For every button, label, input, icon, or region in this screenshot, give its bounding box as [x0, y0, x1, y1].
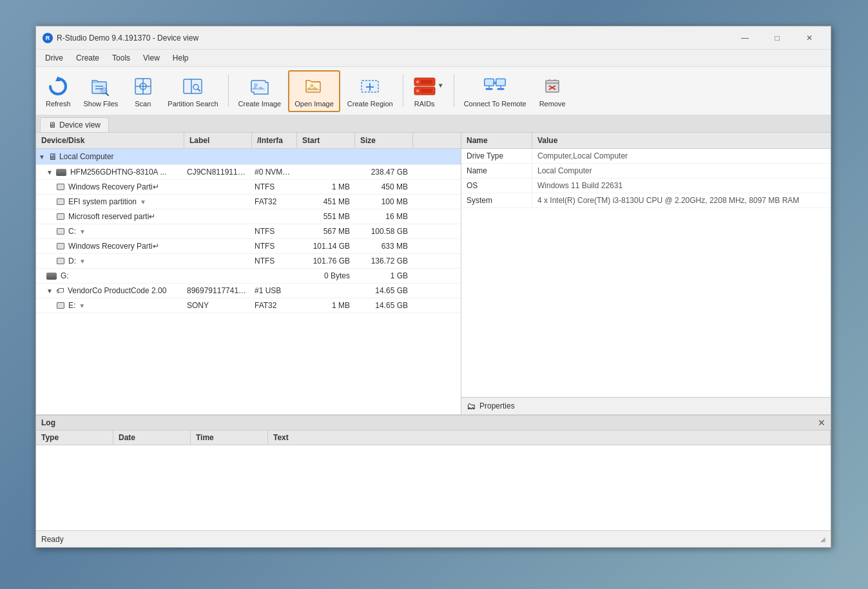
partition-search-button[interactable]: Partition Search [162, 70, 224, 112]
partition-icon [57, 184, 64, 190]
list-item[interactable]: Windows Recovery Parti↵ NTFS 101.14 GB 6… [36, 239, 461, 254]
minimize-button[interactable]: — [730, 29, 760, 47]
device-interface-ms [252, 215, 297, 218]
tab-device-view[interactable]: 🖥 Device view [40, 117, 109, 132]
svg-rect-29 [486, 88, 493, 90]
svg-rect-25 [421, 80, 432, 84]
show-files-button[interactable]: Show Files [78, 70, 124, 112]
prop-value-0: Computer,Local Computer [532, 149, 831, 163]
maximize-button[interactable]: □ [762, 29, 792, 47]
device-start-wr1: 1 MB [297, 181, 355, 193]
log-title: Log [41, 418, 55, 427]
list-item[interactable]: E: ▼ SONY FAT32 1 MB 14.65 GB [36, 298, 461, 313]
log-area: Log ✕ Type Date Time Text [36, 414, 831, 530]
device-interface-efi: FAT32 [252, 196, 297, 208]
log-col-type: Type [36, 430, 113, 445]
scan-button[interactable]: Scan [125, 70, 160, 112]
main-window: R R-Studio Demo 9.4.191370 - Device view… [35, 26, 831, 548]
device-name-e: E: ▼ [36, 300, 184, 311]
device-label-efi [184, 200, 252, 203]
connect-remote-button[interactable]: Connect To Remote [458, 70, 532, 112]
menu-create[interactable]: Create [70, 51, 106, 65]
show-files-icon [89, 75, 112, 98]
device-name-d: D: ▼ [36, 255, 184, 267]
device-label-ms [184, 215, 252, 218]
menu-bar: Drive Create Tools View Help [36, 50, 831, 67]
device-label-wr2 [184, 245, 252, 247]
open-image-button[interactable]: Open Image [288, 70, 340, 112]
col-header-label: Label [184, 133, 252, 148]
device-start-local [297, 155, 355, 158]
device-size-e: 14.65 GB [355, 300, 413, 311]
device-start-wr2: 101.14 GB [297, 240, 355, 252]
connect-remote-icon [483, 75, 506, 98]
list-item[interactable]: ▼ 🏷 VendorCo ProductCode 2.00 8969791177… [36, 284, 461, 298]
device-interface-wr1: NTFS [252, 181, 297, 193]
props-header: Name Value [461, 133, 831, 149]
remove-label: Remove [539, 100, 566, 108]
list-item[interactable]: Microsoft reserved parti↵ 551 MB 16 MB [36, 209, 461, 224]
list-item[interactable]: ▼ HFM256GDHTNG-8310A ... CJ9CN8119118...… [36, 165, 461, 180]
menu-tools[interactable]: Tools [106, 51, 137, 65]
create-image-button[interactable]: Create Image [233, 70, 287, 112]
partition-icon [57, 302, 64, 309]
menu-view[interactable]: View [137, 51, 166, 65]
device-label-g [184, 275, 252, 277]
col-header-start: Start [297, 133, 355, 148]
resize-handle[interactable]: ◢ [820, 536, 825, 543]
list-item[interactable]: D: ▼ NTFS 101.76 GB 136.72 GB [36, 254, 461, 269]
menu-help[interactable]: Help [166, 51, 195, 65]
device-name-g: G: [36, 270, 184, 282]
toolbar: Refresh Show Files [36, 67, 831, 115]
prop-value-3: 4 x Intel(R) Core(TM) i3-8130U CPU @ 2.2… [532, 193, 831, 208]
log-header: Log ✕ [36, 416, 831, 430]
device-interface-g [252, 275, 297, 277]
list-item[interactable]: G: 0 Bytes 1 GB [36, 269, 461, 284]
device-start-g: 0 Bytes [297, 270, 355, 282]
device-start-hfm [297, 171, 355, 173]
properties-icon: 🗂 [467, 401, 476, 411]
svg-rect-30 [496, 79, 505, 86]
list-item[interactable]: ▼ 🖥 Local Computer [36, 149, 461, 165]
device-interface-e: FAT32 [252, 300, 297, 311]
partition-icon [57, 228, 64, 235]
device-label-e: SONY [184, 300, 252, 311]
status-text: Ready [41, 535, 64, 544]
raids-button[interactable]: RAIDs ▼ [407, 70, 450, 112]
device-name-c: C: ▼ [36, 226, 184, 237]
log-columns: Type Date Time Text [36, 430, 831, 445]
device-interface-wr2: NTFS [252, 240, 297, 252]
list-item[interactable]: C: ▼ NTFS 567 MB 100.58 GB [36, 224, 461, 239]
props-row: Drive Type Computer,Local Computer [461, 149, 831, 164]
device-interface-hfm: #0 NVME, SSD [252, 166, 297, 178]
list-item[interactable]: EFI system partition ▼ FAT32 451 MB 100 … [36, 195, 461, 209]
svg-rect-16 [306, 82, 320, 92]
prop-value-1: Local Computer [532, 164, 831, 178]
svg-rect-26 [421, 89, 432, 93]
col-header-interface: /Interfa [252, 133, 297, 148]
svg-rect-2 [95, 86, 103, 87]
create-region-button[interactable]: Create Region [342, 70, 399, 112]
list-item[interactable]: Windows Recovery Parti↵ NTFS 1 MB 450 MB [36, 180, 461, 195]
dropdown-arrow-d: ▼ [79, 258, 86, 265]
svg-point-15 [254, 83, 258, 87]
log-col-date: Date [113, 430, 191, 445]
svg-rect-10 [184, 79, 202, 93]
tab-icon: 🖥 [48, 121, 56, 130]
remove-button[interactable]: Remove [534, 70, 572, 112]
device-size-c: 100.58 GB [355, 226, 413, 237]
device-name-local: ▼ 🖥 Local Computer [36, 150, 184, 163]
props-table: Drive Type Computer,Local Computer Name … [461, 149, 831, 397]
device-label-local [184, 155, 252, 158]
close-button[interactable]: ✕ [795, 29, 824, 47]
log-close-button[interactable]: ✕ [818, 418, 825, 428]
prop-name-2: OS [461, 179, 532, 193]
device-interface-d: NTFS [252, 255, 297, 267]
prop-name-3: System [461, 193, 532, 208]
svg-rect-32 [497, 88, 505, 90]
raids-dropdown-arrow[interactable]: ▼ [438, 82, 444, 89]
refresh-button[interactable]: Refresh [40, 70, 77, 112]
partition-search-label: Partition Search [168, 100, 218, 108]
menu-drive[interactable]: Drive [39, 51, 70, 65]
device-size-d: 136.72 GB [355, 255, 413, 267]
